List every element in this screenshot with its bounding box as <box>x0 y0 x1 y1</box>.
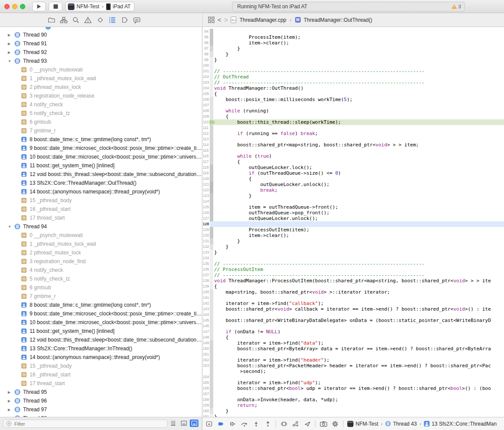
code-line[interactable]: 94 <box>203 29 504 34</box>
line-number[interactable]: 134 <box>203 255 210 261</box>
stack-frame-row[interactable]: 11 boost::get_system_time() [inlined] <box>0 161 202 170</box>
code-line[interactable]: 128 <box>203 221 504 227</box>
simulate-location-icon[interactable] <box>303 420 311 428</box>
code-line[interactable]: 136// ProcessOutItem <box>203 267 504 272</box>
line-number[interactable]: 110 <box>203 119 210 125</box>
code-line[interactable]: 156 boost::shared_ptr<bool> udp = iterat… <box>203 386 504 391</box>
zoom-window-button[interactable] <box>20 4 25 9</box>
code-text[interactable] <box>213 148 504 153</box>
line-number[interactable]: 156 <box>203 386 210 391</box>
code-text[interactable]: { <box>213 335 504 340</box>
code-line[interactable]: 121 outQueueLocker.unlock(); <box>203 182 504 187</box>
breakpoint-navigator-icon[interactable] <box>118 15 131 25</box>
stack-frame-row[interactable]: 14 boost::(anonymous namespace)::thread_… <box>0 187 202 196</box>
code-text[interactable]: boost::shared_ptr<bool> udp = iterator =… <box>213 386 504 391</box>
code-text[interactable]: } <box>213 414 504 417</box>
line-number[interactable]: 95 <box>203 34 210 40</box>
code-line[interactable]: 118 outQueueLocker.lock(); <box>203 165 504 170</box>
stack-frame-row[interactable]: 9 boost::date_time::microsec_clock<boost… <box>0 309 202 318</box>
line-number[interactable]: 101 <box>203 68 210 74</box>
thread-row[interactable]: ▶Thread 92 <box>0 48 202 57</box>
code-line[interactable]: 134 <box>203 255 504 261</box>
code-line[interactable]: 100 <box>203 63 504 68</box>
stack-frame-row[interactable]: 14 boost::(anonymous namespace)::thread_… <box>0 353 202 362</box>
disclosure-closed-icon[interactable]: ▶ <box>8 33 14 37</box>
stack-frame-row[interactable]: 6 gmtsub <box>0 118 202 126</box>
code-line[interactable]: 144 <box>203 312 504 318</box>
thread-row[interactable]: ▼Thread 93 <box>0 57 202 65</box>
thread-row[interactable]: ▶Thread 97 <box>0 405 202 414</box>
stack-frame-row[interactable]: 8 boost::date_time::c_time::gmtime(long … <box>0 301 202 309</box>
filter-input[interactable] <box>13 421 165 427</box>
thread-row[interactable]: ▶Thread 91 <box>0 39 202 48</box>
gear-icon[interactable] <box>331 420 339 428</box>
code-text[interactable] <box>213 255 504 261</box>
code-text[interactable]: } <box>213 244 504 250</box>
code-line[interactable]: 139{ <box>203 284 504 289</box>
code-text[interactable] <box>213 102 504 108</box>
line-number[interactable]: 105 <box>203 91 210 97</box>
continue-icon[interactable] <box>228 420 236 428</box>
code-line[interactable]: 138void ThreadManager::ProcessOutItem(bo… <box>203 278 504 284</box>
step-into-icon[interactable] <box>252 420 260 428</box>
line-number[interactable]: 97 <box>203 46 210 51</box>
code-line-wrap[interactable]: >second); <box>203 369 504 374</box>
code-line[interactable]: 124 <box>203 199 504 204</box>
jumpbar-file[interactable]: ThreadManager.cpp <box>239 17 286 23</box>
disclosure-open-icon[interactable]: ▼ <box>8 59 14 63</box>
code-line[interactable]: 104void ThreadManager::OutThread() <box>203 85 504 91</box>
related-items-icon[interactable] <box>208 17 215 23</box>
line-number[interactable]: 113 <box>203 136 210 142</box>
stack-frame-row[interactable]: 0 __psynch_mutexwait <box>0 231 202 240</box>
code-line[interactable]: 108 while (running) <box>203 108 504 114</box>
line-number[interactable]: 96 <box>203 40 210 46</box>
line-number[interactable]: 137 <box>203 272 210 278</box>
line-number[interactable]: 106 <box>203 97 210 102</box>
stack-frame-row[interactable]: 16 _pthread_start <box>0 370 202 379</box>
code-line[interactable]: 132 } <box>203 244 504 250</box>
stack-frame-row[interactable]: 2 pthread_mutex_lock <box>0 248 202 257</box>
line-number[interactable]: 135 <box>203 261 210 267</box>
code-line[interactable]: 123 } <box>203 193 504 199</box>
jumpbar-symbol[interactable]: ThreadManager::OutThread() <box>304 17 372 23</box>
stack-frame-row[interactable]: 17 thread_start <box>0 213 202 222</box>
stack-frame-row[interactable]: 1 _pthread_mutex_lock_wait <box>0 74 202 83</box>
code-text[interactable]: boost::shared_ptr<ByteArray> data = iter… <box>213 346 504 352</box>
line-number[interactable]: 136 <box>203 267 210 272</box>
line-number[interactable]: 150 <box>203 346 210 352</box>
code-line[interactable]: 109 { <box>203 114 504 119</box>
code-text[interactable]: boost::shared_ptr<void> callback = itera… <box>213 306 504 312</box>
code-line[interactable]: 112 if (running == false) break; <box>203 131 504 136</box>
stack-frame-row[interactable]: 12 void boost::this_thread::sleep<boost:… <box>0 335 202 344</box>
hide-debug-area-icon[interactable] <box>205 420 213 428</box>
code-line[interactable]: 115 <box>203 148 504 153</box>
code-line[interactable]: 142 iterator = item->find("callback"); <box>203 301 504 306</box>
stack-frame-row[interactable]: 17 thread_start <box>0 379 202 388</box>
line-number[interactable]: 120 <box>203 176 210 182</box>
line-number[interactable]: 109 <box>203 114 210 119</box>
code-line[interactable]: 103// ----------------------------------… <box>203 80 504 85</box>
line-number[interactable]: 121 <box>203 182 210 187</box>
code-text[interactable]: while (running) <box>213 108 504 114</box>
line-number[interactable]: 146 <box>203 323 210 329</box>
line-number[interactable]: 116 <box>203 153 210 159</box>
code-text[interactable]: return; <box>213 403 504 408</box>
stack-frame-row[interactable]: 0 __psynch_mutexwait <box>0 65 202 74</box>
code-text[interactable]: boost::this_thread::sleep(workTime); <box>213 119 504 125</box>
code-text[interactable]: iterator = item->find("header"); <box>213 357 504 363</box>
line-number[interactable]: 125 <box>203 204 210 210</box>
disclosure-closed-icon[interactable]: ▶ <box>8 42 14 46</box>
line-number[interactable]: 117 <box>203 159 210 165</box>
code-line[interactable]: 129 ProcessOutItem(item); <box>203 227 504 233</box>
line-number[interactable]: 99 <box>203 57 210 63</box>
code-line[interactable]: 96 item->clear(); <box>203 40 504 46</box>
code-text[interactable]: } <box>213 250 504 255</box>
code-text[interactable]: // -------------------------------------… <box>213 80 504 85</box>
scheme-name[interactable]: NFM-Test <box>77 3 99 10</box>
line-number[interactable]: 153 <box>203 363 210 369</box>
code-line[interactable]: 131 } <box>203 238 504 244</box>
code-line[interactable]: 152 iterator = item->find("header"); <box>203 357 504 363</box>
line-number[interactable]: 144 <box>203 312 210 318</box>
line-number[interactable]: 138 <box>203 278 210 284</box>
code-line[interactable]: 106 boost::posix_time::milliseconds work… <box>203 97 504 102</box>
